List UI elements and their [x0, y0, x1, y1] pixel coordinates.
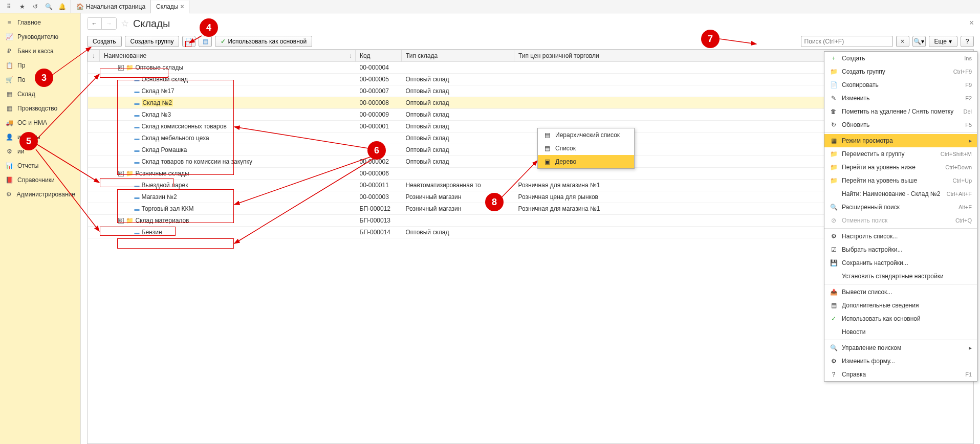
sidebar-item-0[interactable]: ≡Главное: [0, 15, 80, 30]
clear-search-button[interactable]: ×: [896, 36, 909, 47]
menu-item[interactable]: Найти: Наименование - Склад №2Ctrl+Alt+F: [824, 187, 977, 201]
menu-item[interactable]: 📄СкопироватьF9: [824, 78, 977, 92]
history-icon[interactable]: ↺: [29, 0, 42, 13]
submenu-item[interactable]: ▣Дерево: [538, 155, 634, 168]
menu-item[interactable]: 📤Вывести список...: [824, 285, 977, 299]
menu-item[interactable]: 📁Перейти на уровень нижеCtrl+Down: [824, 161, 977, 174]
menu-icon: ⚙: [830, 357, 838, 365]
sidebar-item-2[interactable]: ₽Банк и касса: [0, 44, 80, 58]
tree-toggle[interactable]: ⊖: [118, 171, 124, 176]
sidebar-item-label: Отчеты: [17, 162, 38, 169]
menu-item[interactable]: 🔍Управление поиском▸: [824, 341, 977, 354]
close-icon[interactable]: ×: [180, 3, 184, 10]
search-input[interactable]: [801, 36, 893, 47]
row-type: Оптовый склад: [402, 109, 514, 121]
row-code: 00-000001: [356, 121, 402, 132]
menu-label: Настроить список...: [842, 233, 898, 240]
row-name: Склад №2: [142, 99, 173, 106]
create-button[interactable]: Создать: [87, 36, 122, 47]
list-icon: ▤: [203, 38, 208, 45]
sidebar-item-label: Производство: [17, 105, 57, 112]
tree-toggle[interactable]: ⊖: [118, 65, 124, 71]
item-icon: ▬: [135, 112, 140, 118]
menu-item[interactable]: ↻ОбновитьF5: [824, 118, 977, 131]
apps-icon[interactable]: ⠿: [2, 0, 15, 13]
row-name: Оптовые склады: [136, 64, 184, 71]
sidebar-item-6[interactable]: ▦Производство: [0, 101, 80, 116]
menu-item[interactable]: Новости: [824, 325, 977, 339]
list-button[interactable]: ▤: [199, 36, 212, 47]
help-button[interactable]: ?: [961, 36, 974, 47]
star-icon[interactable]: ★: [15, 0, 29, 13]
close-page-icon[interactable]: ×: [969, 18, 974, 28]
tab-warehouses[interactable]: Склады ×: [151, 1, 189, 13]
submenu-item[interactable]: ▤Иерархический список: [538, 128, 634, 142]
favorite-icon[interactable]: ☆: [121, 18, 129, 29]
menu-label: Дополнительные сведения: [842, 302, 919, 309]
more-button[interactable]: Еще ▾: [929, 36, 957, 47]
copy-button[interactable]: 📄: [182, 36, 195, 47]
bell-icon[interactable]: 🔔: [55, 0, 69, 13]
col-arrow[interactable]: ↓: [88, 50, 100, 62]
sidebar-item-label: По: [17, 76, 25, 83]
search-icon[interactable]: 🔍: [42, 0, 55, 13]
menu-label: Отменить поиск: [842, 217, 887, 224]
menu-label: Создать: [842, 55, 865, 62]
tree-toggle[interactable]: ⊖: [118, 218, 124, 224]
tab-home[interactable]: 🏠 Начальная страница: [71, 0, 151, 13]
menu-shortcut: F1: [965, 371, 972, 378]
menu-item[interactable]: 💾Сохранить настройки...: [824, 256, 977, 270]
menu-item[interactable]: 📁Перейти на уровень вышеCtrl+Up: [824, 174, 977, 187]
row-type: Оптовый склад: [402, 156, 514, 168]
menu-item[interactable]: ?СправкаF1: [824, 368, 977, 381]
menu-item[interactable]: ✎ИзменитьF2: [824, 92, 977, 105]
menu-label: Перейти на уровень ниже: [842, 164, 916, 171]
sidebar-item-12[interactable]: ⚙Администрирование: [0, 187, 80, 202]
menu-label: Справка: [842, 371, 866, 378]
menu-item[interactable]: 🔍Расширенный поискAlt+F: [824, 201, 977, 214]
find-button[interactable]: 🔍▾: [912, 36, 926, 47]
menu-item[interactable]: ✓Использовать как основной: [824, 312, 977, 325]
menu-item[interactable]: ⚙Изменить форму...: [824, 354, 977, 368]
sidebar-item-9[interactable]: ⚙ии: [0, 144, 80, 159]
back-button[interactable]: ←: [88, 18, 102, 29]
menu-icon: 📤: [830, 288, 838, 296]
sidebar-item-label: Склад: [17, 91, 35, 98]
menu-item[interactable]: +СоздатьIns: [824, 52, 977, 65]
menu-item[interactable]: Установить стандартные настройки: [824, 270, 977, 283]
menu-item[interactable]: 🗑Пометить на удаление / Снять пометкуDel: [824, 105, 977, 118]
sidebar-item-label: Банк и касса: [17, 48, 54, 55]
menu-icon: 🗑: [830, 107, 838, 116]
menu-icon: ☑: [830, 246, 838, 254]
use-as-main-button[interactable]: ✓Использовать как основной: [215, 36, 312, 47]
menu-label: Вывести список...: [842, 288, 892, 296]
submenu-item[interactable]: ▤Список: [538, 142, 634, 155]
sidebar-item-1[interactable]: 📈Руководителю: [0, 30, 80, 44]
item-icon: ▬: [135, 206, 140, 212]
sidebar-item-7[interactable]: 🚚ОС и НМА: [0, 116, 80, 130]
menu-item[interactable]: 📁Создать группуCtrl+F9: [824, 65, 977, 78]
create-group-button[interactable]: Создать группу: [125, 36, 180, 47]
menu-icon: 📄: [830, 81, 838, 89]
menu-item[interactable]: ⊘Отменить поискCtrl+Q: [824, 214, 977, 227]
menu-label: Управление поиском: [842, 344, 901, 351]
forward-button[interactable]: →: [102, 18, 116, 29]
row-name: Склад мебельного цеха: [142, 135, 209, 142]
menu-item[interactable]: ⚙Настроить список...: [824, 230, 977, 243]
menu-label: Использовать как основной: [842, 315, 921, 322]
col-code[interactable]: Код: [356, 50, 402, 62]
menu-shortcut: F5: [965, 122, 972, 128]
menu-item[interactable]: ▦Режим просмотра▸: [824, 134, 977, 147]
row-name: Магазин №2: [142, 193, 177, 201]
menu-item[interactable]: ☑Выбрать настройки...: [824, 243, 977, 256]
col-name[interactable]: Наименование↓: [100, 50, 356, 62]
row-code: 00-000008: [356, 97, 402, 109]
menu-item[interactable]: 📁Переместить в группуCtrl+Shift+M: [824, 147, 977, 161]
folder-icon: 📁: [126, 217, 134, 224]
sidebar-item-10[interactable]: 📊Отчеты: [0, 159, 80, 173]
sidebar-item-8[interactable]: 👤и кадры: [0, 130, 80, 144]
sidebar-item-5[interactable]: ▦Склад: [0, 87, 80, 101]
sidebar-item-11[interactable]: 📕Справочники: [0, 173, 80, 187]
col-type[interactable]: Тип склада: [402, 50, 514, 62]
menu-item[interactable]: ▤Дополнительные сведения: [824, 299, 977, 312]
